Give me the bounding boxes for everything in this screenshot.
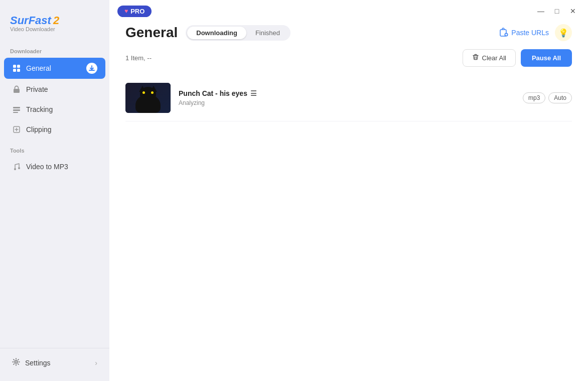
sidebar-item-video-to-mp3[interactable]: Video to MP3 [4,157,105,176]
page-header: General Downloading Finished Paste URLs [109,18,588,41]
downloader-section-label: Downloader [0,44,109,57]
tab-group: Downloading Finished [186,25,290,41]
logo-subtitle: Video Downloader [10,26,99,32]
paste-icon [499,28,508,38]
main-content: ♥ PRO — □ ✕ General Downloading Finished [109,0,588,381]
clipping-icon [12,125,21,134]
private-icon [12,85,21,94]
svg-rect-5 [13,107,20,108]
list-header: 1 Item, -- Clear All Pause All [125,49,572,67]
tab-finished[interactable]: Finished [246,27,289,39]
pro-label: PRO [130,8,144,15]
logo-2: 2 [53,14,59,27]
action-buttons: Clear All Pause All [463,49,572,67]
list-icon: ☰ [250,89,257,97]
svg-rect-2 [13,69,16,72]
sidebar-item-tracking-label: Tracking [26,105,53,113]
content-area: 1 Item, -- Clear All Pause All [109,41,588,381]
settings-label: Settings [25,359,51,367]
clear-all-button[interactable]: Clear All [463,49,516,67]
pause-all-button[interactable]: Pause All [521,49,572,67]
minimize-button[interactable]: — [534,4,548,18]
svg-rect-6 [13,109,20,111]
svg-point-10 [18,167,20,169]
trash-icon [472,54,479,62]
item-title: Punch Cat - his eyes ☰ [179,89,515,97]
heart-icon: ♥ [124,8,128,15]
header-actions: Paste URLs 💡 [499,24,572,41]
logo-area: SurFast 2 Video Downloader [0,8,109,44]
svg-rect-3 [17,69,20,72]
tracking-icon [12,105,21,114]
settings-icon [12,358,20,367]
maximize-button[interactable]: □ [550,4,564,18]
paste-urls-button[interactable]: Paste URLs [499,28,549,38]
sidebar-item-clipping-label: Clipping [26,125,52,134]
settings-item[interactable]: Settings › [4,353,105,372]
svg-point-11 [15,361,18,363]
sidebar-item-video-to-mp3-label: Video to MP3 [26,163,68,171]
svg-point-9 [14,168,16,170]
sidebar: SurFast 2 Video Downloader Downloader Ge… [0,0,109,381]
cat-image [125,83,171,113]
svg-rect-0 [13,65,16,68]
quality-badge: Auto [548,92,572,103]
tab-downloading[interactable]: Downloading [187,27,246,39]
page-title-area: General Downloading Finished [125,25,290,41]
tools-section-label: Tools [0,144,109,157]
thumbnail [125,83,171,113]
format-badge: mp3 [523,92,545,103]
music-icon [12,162,21,171]
download-item: Punch Cat - his eyes ☰ Analyzing mp3 Aut… [125,75,572,121]
item-count: 1 Item, -- [125,54,152,62]
sidebar-item-private[interactable]: Private [4,80,105,99]
close-button[interactable]: ✕ [566,4,580,18]
chevron-right-icon: › [95,359,97,367]
clear-all-label: Clear All [482,54,506,62]
svg-rect-7 [13,112,18,113]
pro-badge[interactable]: ♥ PRO [117,6,152,17]
item-title-text: Punch Cat - his eyes [179,89,247,97]
paste-urls-label: Paste URLs [511,29,549,37]
svg-rect-1 [17,65,20,68]
item-badges: mp3 Auto [523,92,572,103]
title-bar: ♥ PRO — □ ✕ [109,0,588,18]
item-status: Analyzing [179,99,515,106]
sidebar-item-tracking[interactable]: Tracking [4,100,105,119]
item-info: Punch Cat - his eyes ☰ Analyzing [179,89,515,106]
svg-rect-4 [14,89,20,93]
logo-surfast: SurFast [10,14,51,27]
page-title: General [125,25,178,41]
lightbulb-icon: 💡 [558,28,568,38]
general-icon [12,64,21,73]
sidebar-item-general-label: General [26,64,51,72]
download-badge-icon [86,63,97,74]
theme-toggle-button[interactable]: 💡 [555,24,572,41]
sidebar-item-clipping[interactable]: Clipping [4,120,105,139]
sidebar-item-general[interactable]: General [4,58,105,79]
sidebar-item-private-label: Private [26,85,48,93]
